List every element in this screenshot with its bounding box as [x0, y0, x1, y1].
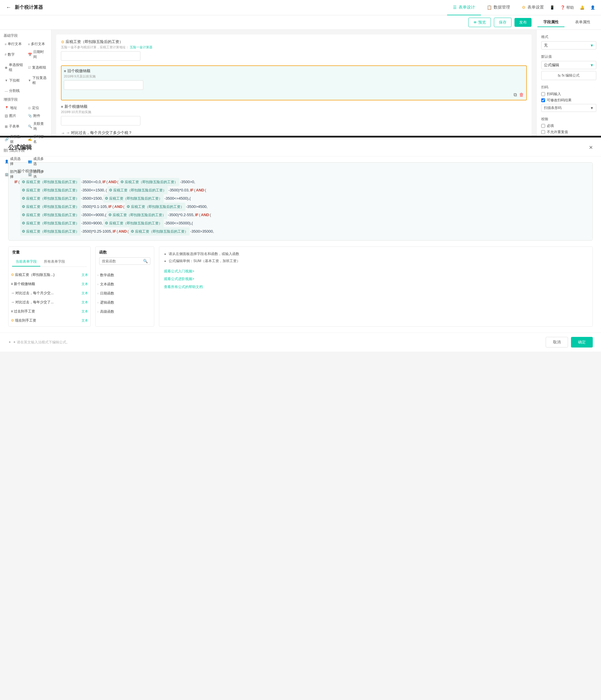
field-checkbox[interactable]: ☑ 复选框组 — [27, 61, 48, 73]
tab-field-attr[interactable]: 字段属性 — [538, 18, 565, 27]
scan-input-checkbox[interactable] — [541, 92, 545, 96]
funcs-search[interactable]: 🔍 — [99, 257, 150, 265]
field-datetime[interactable]: 📅 日期时间 — [27, 49, 48, 60]
tab-all-form-fields[interactable]: 所有表单字段 — [40, 257, 69, 267]
gear-icon-taxable: ⚙ — [61, 40, 64, 44]
back-button[interactable]: ← — [6, 4, 11, 10]
field-multi-text[interactable]: ≡ 多行文本 — [27, 41, 48, 47]
unique-checkbox[interactable] — [541, 130, 545, 134]
tab-form-design[interactable]: ☰ 表单设计 — [447, 0, 481, 15]
default-value-select[interactable]: 公式编辑 ▼ — [541, 61, 596, 69]
taxable-wage-link[interactable]: 五险一金计算器 — [130, 45, 153, 49]
scan-input-label: 扫码输入 — [547, 92, 561, 97]
dropdown-icon: ▼ — [5, 79, 8, 82]
var-compare-yearly[interactable]: → 对比过去，每年少交了... 文本 — [8, 298, 90, 307]
help-bullet-1: 请从左侧面板选择字段名和函数，或输入函数 — [168, 250, 588, 257]
edit-formula-button[interactable]: fx fx 编辑公式 — [541, 71, 596, 80]
field-location[interactable]: ◎ 定位 — [27, 104, 48, 111]
assoc-query-icon: 🔍 — [28, 125, 32, 128]
field-attachment[interactable]: 📎 附件 — [27, 112, 48, 119]
field-single-text[interactable]: ≡ 单行文本 — [3, 41, 24, 47]
help-link-advanced[interactable]: 观看公式进阶视频> — [164, 275, 588, 283]
scan-type-select[interactable]: 扫描条形码 ▼ — [541, 104, 596, 112]
required-checkbox[interactable] — [541, 124, 545, 128]
field-member-multi[interactable]: 👥 成员多选 — [27, 155, 48, 167]
field-image[interactable]: 🖼 图片 — [3, 112, 24, 119]
func-date[interactable]: › 日期函数 — [96, 289, 154, 298]
formula-close-button[interactable]: × — [589, 144, 593, 151]
help-link-intro[interactable]: 观看公式入门视频> — [164, 267, 588, 275]
format-dropdown-icon: ▼ — [590, 43, 594, 48]
notification-icon[interactable]: 🔔 — [580, 5, 584, 10]
formula-field-indicator: ≡ 旧个税缴纳额 = — [15, 167, 586, 175]
field-subform[interactable]: ▦ 子表单 — [3, 121, 24, 132]
functions-panel: 函数 🔍 › 数学函数 › 文本函数 — [95, 247, 154, 327]
number-icon: # — [5, 53, 6, 56]
tab-form-attr[interactable]: 表单属性 — [569, 18, 596, 27]
field-assoc-query[interactable]: 🔍 关联查询 — [27, 121, 48, 132]
field-ref-9: ⚙ 应税工资（即扣除五险后的工资） — [20, 211, 81, 219]
var-new-tax[interactable]: ≡ 新个税缴纳额 文本 — [8, 279, 90, 289]
tab-form-settings[interactable]: ⚙ 表单设置 — [516, 0, 550, 15]
arrow-monthly-icon: → — [11, 291, 15, 295]
func-logic[interactable]: › 逻辑函数 — [96, 298, 154, 307]
old-tax-hint: 2018年9月及以前实施 — [64, 74, 524, 79]
funcs-search-input[interactable] — [102, 259, 142, 263]
old-tax-input[interactable] — [64, 80, 143, 90]
field-multi-dropdown[interactable]: ▼ 下拉复选框 — [27, 75, 48, 86]
help-button[interactable]: ❓ 帮助 — [560, 5, 574, 10]
scan-modify-checkbox[interactable] — [541, 98, 545, 102]
required-label: 必填 — [547, 123, 554, 128]
publish-button[interactable]: 发布 — [515, 18, 531, 27]
cancel-button[interactable]: 取消 — [546, 337, 568, 348]
formula-editor-title: 公式编辑 — [8, 144, 32, 151]
field-ref-2: ⚙ 应税工资（即扣除五险后的工资） — [119, 178, 179, 186]
field-dropdown[interactable]: ▼ 下拉框 — [3, 75, 24, 86]
field-member-select[interactable]: 👤 成员选择 — [3, 155, 24, 167]
enhanced-fields-title: 增强字段 — [3, 97, 48, 102]
field-ref-4: ⚙ 应税工资（即扣除五险后的工资） — [107, 186, 168, 194]
delete-field-button[interactable]: 🗑 — [519, 92, 524, 98]
arrow-icon-monthly: → — [61, 131, 65, 135]
preview-button[interactable]: 👁 预览 — [468, 18, 491, 27]
confirm-button[interactable]: 确定 — [571, 337, 593, 348]
help-link-docs[interactable]: 查看所有公式的帮助文档 — [164, 283, 588, 291]
dept-select-icon: 🏢 — [5, 173, 9, 176]
canvas-area: ⚙ 应税工资（即扣除五险后的工资） 五险一金不参与税后计算，应税工资计算地址： … — [52, 30, 536, 136]
default-value-label: 默认值 — [541, 54, 596, 59]
func-text[interactable]: › 文本函数 — [96, 280, 154, 289]
new-tax-label: 新个税缴纳额 — [64, 104, 87, 109]
field-ref-10: ⚙ 应税工资（即扣除五险后的工资） — [107, 211, 167, 219]
field-address[interactable]: 📍 地址 — [3, 104, 24, 111]
old-tax-label: 旧个税缴纳额 — [68, 68, 90, 74]
formula-line-2: ⚙ 应税工资（即扣除五险后的工资） -3500<=1500,( ⚙ 应税工资（即… — [20, 186, 586, 194]
func-math[interactable]: › 数学函数 — [96, 271, 154, 280]
multi-text-icon: ≡ — [28, 43, 30, 46]
var-old-take-home[interactable]: ≡ 过去到手工资 文本 — [8, 307, 90, 316]
gear-var-icon: ⚙ — [11, 273, 14, 277]
taxable-wage-input[interactable] — [61, 51, 140, 61]
new-tax-input[interactable] — [61, 116, 140, 125]
var-new-take-home[interactable]: ⚙ 现在到手工资 文本 — [8, 316, 90, 325]
tab-form-settings-label: 表单设置 — [527, 5, 544, 10]
old-tax-field-selected[interactable]: ≡ 旧个税缴纳额 2018年9月及以前实施 ⧉ 🗑 — [61, 66, 527, 100]
func-advanced[interactable]: › 高级函数 — [96, 307, 154, 316]
format-select[interactable]: 无 ▼ — [541, 41, 596, 49]
var-compare-monthly[interactable]: → 对比过去，每个月少交... 文本 — [8, 289, 90, 298]
field-divider[interactable]: — 分割线 — [3, 88, 24, 94]
var-taxable-wage[interactable]: ⚙ 应税工资（即扣除五险...) 文本 — [8, 270, 90, 279]
equals-icon-new: ≡ — [61, 104, 63, 109]
tab-current-form-fields[interactable]: 当前表单字段 — [12, 257, 40, 267]
tab-form-design-label: 表单设计 — [459, 5, 475, 10]
copy-field-button[interactable]: ⧉ — [514, 92, 517, 98]
user-icon[interactable]: 👤 — [591, 5, 595, 10]
header-tabs: ☰ 表单设计 📋 数据管理 ⚙ 表单设置 — [447, 0, 550, 15]
equals-icon-old: ≡ — [64, 69, 66, 73]
mobile-icon[interactable]: 📱 — [550, 5, 554, 10]
formula-display-area[interactable]: ≡ 旧个税缴纳额 = IF( ⚙ 应税工资（即扣除五险后的工资） -3500<=… — [8, 162, 593, 241]
field-number[interactable]: # 数字 — [3, 49, 24, 60]
save-button[interactable]: 保存 — [494, 18, 512, 27]
chevron-right-icon: › — [98, 292, 98, 295]
field-radio[interactable]: ◉ 单选按钮组 — [3, 61, 24, 73]
tab-data-manage[interactable]: 📋 数据管理 — [481, 0, 516, 15]
